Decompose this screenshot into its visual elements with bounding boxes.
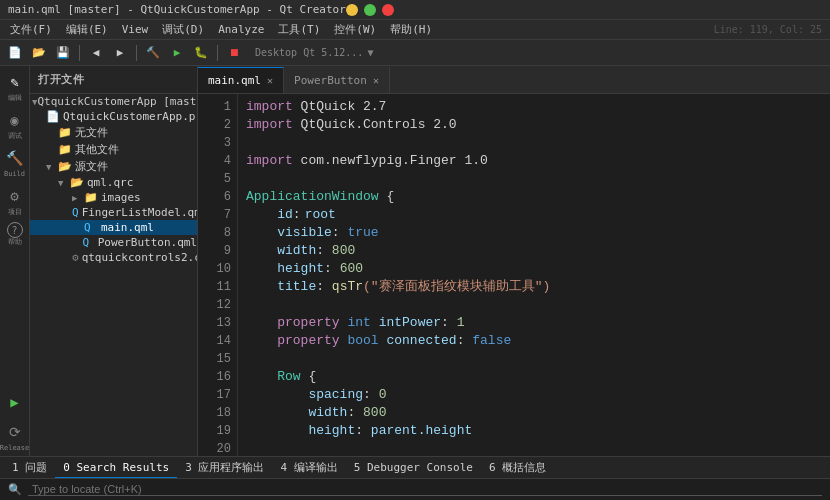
tab-problems[interactable]: 1 问题 — [4, 457, 55, 478]
tree-label: qml.qrc — [87, 176, 133, 189]
code-line-4: import com.newflypig.Finger 1.0 — [246, 152, 822, 170]
tab-debugger-console[interactable]: 5 Debugger Console — [346, 457, 481, 478]
search-icon: 🔍 — [8, 483, 22, 496]
code-line-11: title: qsTr("赛泽面板指纹模块辅助工具") — [246, 278, 822, 296]
menu-widgets[interactable]: 控件(W) — [328, 20, 382, 39]
project-icon[interactable]: ⚙ — [3, 184, 27, 208]
tab-main-qml[interactable]: main.qml ✕ — [198, 67, 284, 93]
code-editor: 1 2 3 4 5 6 7 8 9 10 11 12 13 14 15 16 1… — [198, 94, 830, 456]
open-file-button[interactable]: 📂 — [28, 43, 50, 63]
activity-group-edit: ✎ 编辑 — [3, 70, 27, 102]
search-input[interactable] — [28, 483, 822, 496]
editor-area: main.qml ✕ PowerButton ✕ 1 2 3 4 5 6 7 8… — [198, 66, 830, 456]
tree-item-nofile[interactable]: 📁 无文件 — [30, 124, 197, 141]
tree-label: 无文件 — [75, 125, 108, 140]
line-numbers: 1 2 3 4 5 6 7 8 9 10 11 12 13 14 15 16 1… — [198, 94, 238, 456]
tree-label: 源文件 — [75, 159, 108, 174]
editor-line-info: Line: 119, Col: 25 — [714, 24, 826, 35]
tab-close-main[interactable]: ✕ — [267, 75, 273, 86]
tab-compile-output[interactable]: 4 编译输出 — [272, 457, 345, 478]
activity-group-analyze: ⟳ Release — [0, 420, 29, 452]
activity-group-help: ? 帮助 — [7, 222, 23, 246]
bottom-area: 1 问题 0 Search Results 3 应用程序输出 4 编译输出 5 … — [0, 456, 830, 500]
explorer-tree: ▼ QtquickCustomerApp [master] 📄 QtquickC… — [30, 94, 197, 456]
code-line-14: property bool connected: false — [246, 332, 822, 350]
tab-general-info[interactable]: 6 概括信息 — [481, 457, 554, 478]
analyze-icon[interactable]: ⟳ — [3, 420, 27, 444]
tree-label: images — [101, 191, 141, 204]
tree-label: 其他文件 — [75, 142, 119, 157]
code-line-18: width: 800 — [246, 404, 822, 422]
code-line-17: spacing: 0 — [246, 386, 822, 404]
title-bar-controls — [346, 4, 394, 16]
tree-item-qmlqrc[interactable]: ▼ 📂 qml.qrc — [30, 175, 197, 190]
code-line-12 — [246, 296, 822, 314]
build-icon[interactable]: 🔨 — [3, 146, 27, 170]
forward-button[interactable]: ▶ — [109, 43, 131, 63]
folder-icon: 📁 — [58, 126, 72, 139]
tree-label: FingerListModel.qml — [82, 206, 197, 219]
tab-app-output[interactable]: 3 应用程序输出 — [177, 457, 272, 478]
tab-close-powerbutton[interactable]: ✕ — [373, 75, 379, 86]
menu-debug[interactable]: 调试(D) — [156, 20, 210, 39]
activity-bar: ✎ 编辑 ◉ 调试 🔨 Build ⚙ 项目 ? 帮助 ▶ ⟳ Release — [0, 66, 30, 456]
run-button[interactable]: ▶ — [166, 43, 188, 63]
tab-powerbutton[interactable]: PowerButton ✕ — [284, 67, 390, 93]
menu-tools[interactable]: 工具(T) — [272, 20, 326, 39]
code-line-10: height: 600 — [246, 260, 822, 278]
tab-label: PowerButton — [294, 74, 367, 87]
code-line-20 — [246, 440, 822, 456]
code-line-7: id:root — [246, 206, 822, 224]
activity-group-debug: ◉ 调试 — [3, 108, 27, 140]
activity-group-build: 🔨 Build — [3, 146, 27, 178]
maximize-button[interactable] — [364, 4, 376, 16]
menu-help[interactable]: 帮助(H) — [384, 20, 438, 39]
title-bar-text: main.qml [master] - QtQuickCustomerApp -… — [8, 3, 346, 16]
menu-file[interactable]: 文件(F) — [4, 20, 58, 39]
tree-item-pro[interactable]: 📄 QtquickCustomerApp.pro — [30, 109, 197, 124]
tree-item-images[interactable]: ▶ 📁 images — [30, 190, 197, 205]
menu-edit[interactable]: 编辑(E) — [60, 20, 114, 39]
tree-item-conf[interactable]: ⚙ qtquickcontrols2.conf — [30, 250, 197, 265]
stop-button[interactable]: ⏹ — [223, 43, 245, 63]
file-icon: 📄 — [46, 110, 60, 123]
code-line-9: width: 800 — [246, 242, 822, 260]
code-line-16: ▼ Row { — [246, 368, 822, 386]
code-content[interactable]: import QtQuick 2.7 import QtQuick.Contro… — [238, 94, 830, 456]
qml-file-icon: Q — [84, 221, 98, 234]
help-icon[interactable]: ? — [7, 222, 23, 238]
tree-item-project-root[interactable]: ▼ QtquickCustomerApp [master] — [30, 94, 197, 109]
toolbar-sep-2 — [136, 45, 137, 61]
tree-item-source[interactable]: ▼ 📂 源文件 — [30, 158, 197, 175]
search-area: 🔍 — [0, 479, 830, 500]
tree-item-main[interactable]: Q main.qml — [30, 220, 197, 235]
tree-label: main.qml — [101, 221, 154, 234]
toolbar: 📄 📂 💾 ◀ ▶ 🔨 ▶ 🐛 ⏹ Desktop Qt 5.12... ▼ — [0, 40, 830, 66]
bottom-tabs: 1 问题 0 Search Results 3 应用程序输出 4 编译输出 5 … — [0, 457, 830, 479]
debug-button[interactable]: 🐛 — [190, 43, 212, 63]
run-bottom-icon[interactable]: ▶ — [3, 390, 27, 414]
menu-bar: 文件(F) 编辑(E) View 调试(D) Analyze 工具(T) 控件(… — [0, 20, 830, 40]
build-button[interactable]: 🔨 — [142, 43, 164, 63]
main-layout: ✎ 编辑 ◉ 调试 🔨 Build ⚙ 项目 ? 帮助 ▶ ⟳ Release … — [0, 66, 830, 456]
close-button[interactable] — [382, 4, 394, 16]
tab-bar: main.qml ✕ PowerButton ✕ — [198, 66, 830, 94]
tree-arrow: ▼ — [46, 162, 58, 172]
save-button[interactable]: 💾 — [52, 43, 74, 63]
edit-icon[interactable]: ✎ — [3, 70, 27, 94]
debug-icon[interactable]: ◉ — [3, 108, 27, 132]
menu-view[interactable]: View — [116, 20, 155, 39]
menu-analyze[interactable]: Analyze — [212, 20, 270, 39]
minimize-button[interactable] — [346, 4, 358, 16]
title-bar: main.qml [master] - QtQuickCustomerApp -… — [0, 0, 830, 20]
back-button[interactable]: ◀ — [85, 43, 107, 63]
code-line-3 — [246, 134, 822, 152]
new-file-button[interactable]: 📄 — [4, 43, 26, 63]
tree-item-otherfile[interactable]: 📁 其他文件 — [30, 141, 197, 158]
tab-search-results[interactable]: 0 Search Results — [55, 457, 177, 478]
tree-item-powerbutton[interactable]: Q PowerButton.qml — [30, 235, 197, 250]
tree-item-fingerlist[interactable]: Q FingerListModel.qml — [30, 205, 197, 220]
tree-label: PowerButton.qml — [98, 236, 197, 249]
folder-open-icon: 📂 — [70, 176, 84, 189]
toolbar-sep-1 — [79, 45, 80, 61]
